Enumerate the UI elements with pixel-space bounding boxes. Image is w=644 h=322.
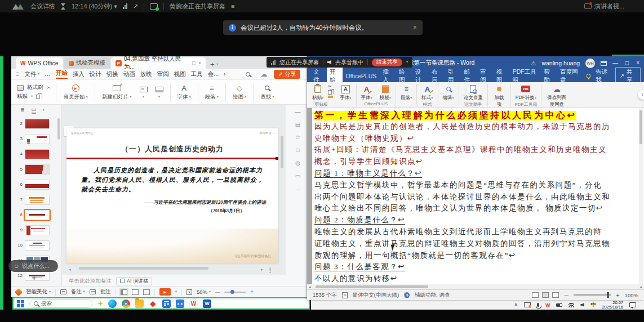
chevron-down-icon[interactable] — [406, 60, 408, 64]
document-line[interactable]: 质观的理解，用一句概括“物质就是一切的客观存在”↩ — [314, 251, 640, 262]
paste-button[interactable]: 粘贴 — [17, 93, 28, 100]
windows-start-icon[interactable] — [17, 300, 24, 307]
find-dropdown[interactable]: 查找 — [256, 83, 278, 101]
smart-beautify-button[interactable]: 智能美化 — [26, 288, 51, 296]
shapes-icon[interactable]: □ — [296, 147, 299, 153]
slide-thumbnail[interactable]: 6 — [11, 177, 60, 192]
expand-panel-icon[interactable] — [43, 108, 45, 113]
document-line[interactable]: 因为人民是历史真正的创造者，人民是创造历史的根本动力，来源于马克思的历 — [314, 122, 640, 133]
network-signal-icon[interactable] — [123, 3, 127, 9]
copy-icon[interactable] — [328, 90, 332, 95]
zoom-level[interactable]: 50% — [197, 289, 211, 295]
section-dropdown[interactable] — [152, 85, 167, 99]
clock[interactable]: 20:07 2025/10/16 — [602, 301, 623, 310]
maximize-icon[interactable] — [625, 60, 629, 66]
app-diamond-icon[interactable]: ◆ — [149, 299, 157, 308]
slides-view-icon[interactable]: ▭ — [32, 106, 37, 114]
cut-icon[interactable] — [47, 85, 51, 91]
notes-placeholder[interactable]: 单击此处添加备注 — [69, 278, 112, 285]
wps-share-button[interactable]: 分享 — [274, 70, 300, 79]
microphone-icon[interactable] — [537, 303, 539, 307]
wps-menu-item[interactable]: 工具 — [191, 70, 203, 78]
format-painter-label[interactable]: 格式刷 — [27, 84, 43, 91]
wps-menu-item[interactable]: 会... — [208, 70, 219, 78]
meeting-app-icon[interactable]: ▲▲ — [176, 299, 184, 308]
minimize-icon[interactable] — [612, 60, 618, 66]
meeting-chat-pill[interactable]: 说点什么... — [8, 260, 58, 272]
notification-center-icon[interactable] — [629, 302, 636, 307]
officeplus-font-button[interactable]: A字体 — [358, 83, 375, 101]
document-line[interactable]: 马克思主义哲学模块中，哲学最基本的问题是“思维与存在的关系问题”，分化 — [314, 180, 640, 192]
copy-icon[interactable] — [36, 95, 40, 99]
tray-expand-icon[interactable] — [514, 302, 518, 307]
slide-thumbnail[interactable]: 5 — [11, 162, 60, 177]
pdf-convert-button[interactable]: PDF转换 — [513, 83, 539, 101]
chrome-icon[interactable] — [122, 299, 130, 308]
proofing-icon[interactable] — [342, 292, 348, 298]
slide-body-text[interactable]: 人民是历史的创造者，是决定党和国家前途命运的根本力量。我们党来自人民、植根人民、… — [81, 166, 267, 194]
slide-attribution[interactable]: ——习近平在纪念周恩来同志诞辰120周年座谈会上的讲话 — [144, 199, 266, 206]
wps-menu-item[interactable]: 动画 — [123, 70, 135, 78]
template-button[interactable]: 模板 — [377, 83, 394, 101]
member-list-icon[interactable] — [231, 3, 234, 10]
wps-menu-item[interactable]: 放映 — [140, 70, 152, 78]
panel-scrollbar[interactable] — [57, 118, 60, 140]
battery-icon[interactable] — [556, 303, 562, 307]
word-document-area[interactable]: 第一，学生需深入理解为什么必须坚持以人民为中心↩因为人民是历史真正的创造者，人民… — [307, 108, 644, 284]
cloud-sync-icon[interactable] — [261, 71, 268, 78]
wps-menu-item[interactable]: 插入 — [73, 70, 85, 78]
document-scrollbar-track[interactable] — [639, 108, 643, 284]
wps-menu-item[interactable]: 切换 — [106, 70, 118, 78]
scrollbar-thumb[interactable] — [316, 285, 428, 288]
volume-icon[interactable] — [580, 303, 584, 307]
addin-button[interactable]: 加载项 — [490, 83, 509, 108]
scroll-right-icon[interactable] — [261, 267, 263, 271]
wps-document-tab[interactable]: P04.第四章 坚持以人民为... — [111, 57, 206, 69]
page-up-down-icons[interactable]: ⁑⁑ — [269, 268, 271, 274]
document-line[interactable]: 问题 2：物质是什么？↩ — [314, 215, 640, 227]
paper-check-button[interactable]: 论文查重 — [461, 83, 486, 101]
slideshow-play-button[interactable]: ▶ — [159, 288, 171, 296]
document-line[interactable]: 拓展+回顾：讲清楚《马克思主义基本原理》课程中的唯物主义和历史唯物主义 — [314, 145, 640, 156]
ribbon-collapse-button[interactable] — [638, 90, 644, 100]
font-dialog-button[interactable]: A字体 — [337, 83, 354, 101]
reading-view-icon[interactable] — [143, 289, 150, 295]
baidu-save-button[interactable]: 保存到百度网盘 — [543, 83, 570, 108]
zoom-in-icon[interactable] — [250, 289, 254, 295]
normal-view-icon[interactable] — [121, 289, 127, 295]
web-layout-icon[interactable] — [552, 292, 559, 298]
read-mode-icon[interactable] — [532, 292, 539, 298]
slide-thumbnail[interactable]: 3 — [11, 131, 60, 146]
slide-thumbnail[interactable]: 2 — [11, 116, 60, 131]
format-painter-icon[interactable] — [328, 96, 333, 98]
edit-button[interactable]: 编辑 — [440, 83, 457, 101]
comment-button[interactable]: 批注 — [100, 288, 111, 296]
wifi-icon[interactable] — [569, 303, 574, 307]
wps-menu-item[interactable]: 审阅 — [157, 70, 169, 78]
close-icon[interactable] — [413, 24, 417, 31]
slide-horizontal-scrollbar[interactable] — [79, 267, 208, 270]
font-dropdown[interactable]: 字体 — [174, 83, 195, 101]
document-line[interactable]: 问题 1：唯物主义是什么？↩ — [314, 168, 640, 180]
wps-tray-icon[interactable]: W — [545, 302, 550, 308]
draw-dropdown[interactable]: ◇绘图 — [229, 83, 250, 101]
search-icon[interactable] — [246, 72, 250, 77]
word-count[interactable]: 1535 个字 — [313, 292, 337, 299]
edge-icon[interactable] — [108, 299, 117, 308]
print-layout-icon[interactable] — [542, 292, 549, 298]
slide-vertical-scrollbar[interactable] — [281, 136, 283, 168]
notes-button[interactable]: 备注 — [71, 288, 85, 296]
outline-view-icon[interactable]: ≣ — [20, 107, 25, 113]
ime-indicator[interactable]: 中 — [590, 301, 596, 308]
scroll-left-icon[interactable] — [69, 267, 71, 271]
language-status[interactable]: 简体中文(中国大陆) — [353, 292, 399, 299]
slide-thumbnail[interactable]: 9 — [11, 222, 60, 238]
favorites-icon[interactable] — [295, 135, 300, 140]
calculator-icon[interactable] — [162, 299, 171, 308]
zoom-in-icon[interactable] — [616, 292, 619, 298]
word-horizontal-scrollbar[interactable] — [307, 284, 644, 289]
format-painter-icon[interactable] — [17, 85, 24, 91]
collapse-panel-icon[interactable] — [295, 109, 301, 115]
ribbon-display-options-icon[interactable] — [601, 61, 607, 66]
wps-menu-item[interactable]: 视图 — [174, 70, 186, 78]
